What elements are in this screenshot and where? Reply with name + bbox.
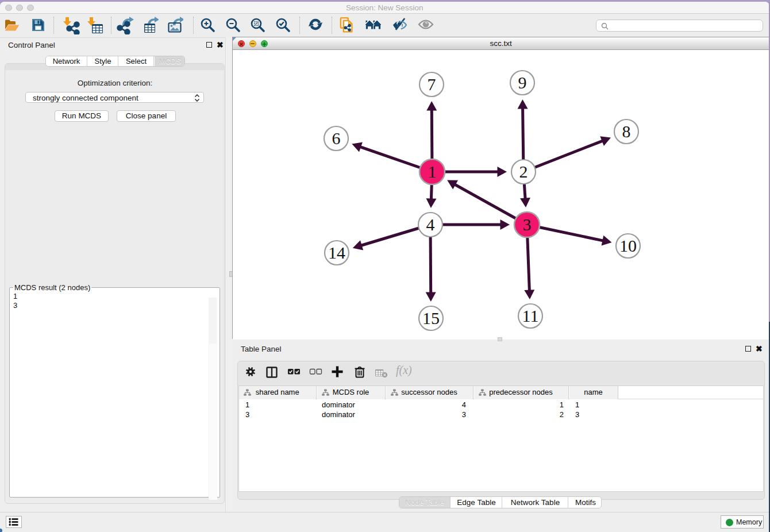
svg-text:1: 1 [428, 162, 437, 181]
svg-text:3: 3 [523, 215, 532, 234]
svg-text:14: 14 [328, 243, 345, 262]
svg-text:8: 8 [622, 122, 631, 141]
svg-text:7: 7 [428, 75, 436, 94]
svg-text:10: 10 [619, 236, 637, 255]
svg-text:4: 4 [426, 215, 435, 234]
svg-text:9: 9 [518, 73, 527, 92]
svg-text:11: 11 [522, 306, 539, 325]
svg-text:15: 15 [422, 309, 440, 327]
svg-text:2: 2 [519, 162, 528, 181]
svg-text:6: 6 [332, 129, 341, 148]
